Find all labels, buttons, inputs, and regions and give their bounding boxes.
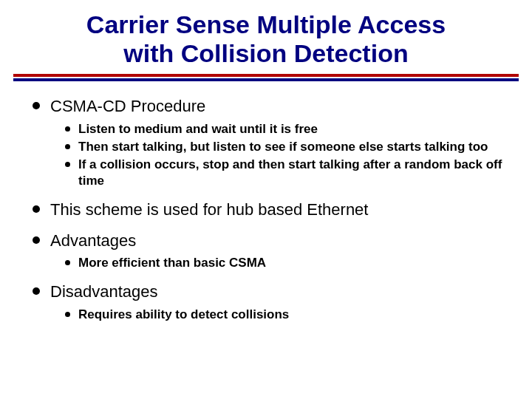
sub-list: Requires ability to detect collisions [50,307,502,323]
bullet-text: Disadvantages [50,282,158,301]
sub-item: More efficient than basic CSMA [65,255,502,271]
sub-list: More efficient than basic CSMA [50,255,502,271]
list-item: Advantages More efficient than basic CSM… [33,231,502,272]
bullet-text: Advantages [50,231,136,250]
bullet-text: This scheme is used for hub based Ethern… [50,200,368,219]
slide-body: CSMA-CD Procedure Listen to medium and w… [0,81,532,323]
title-line-2: with Collision Detection [123,39,408,67]
list-item: This scheme is used for hub based Ethern… [33,200,502,220]
title-line-1: Carrier Sense Multiple Access [86,10,446,38]
sub-item: Then start talking, but listen to see if… [65,139,502,155]
sub-item: Listen to medium and wait until it is fr… [65,121,502,137]
divider-red [13,74,519,77]
slide-title: Carrier Sense Multiple Access with Colli… [0,0,532,74]
bullet-text: CSMA-CD Procedure [50,97,205,115]
sub-item: Requires ability to detect collisions [65,307,502,323]
sub-item: If a collision occurs, stop and then sta… [65,157,502,189]
sub-list: Listen to medium and wait until it is fr… [50,121,502,189]
list-item: CSMA-CD Procedure Listen to medium and w… [33,96,502,189]
list-item: Disadvantages Requires ability to detect… [33,282,502,323]
bullet-list: CSMA-CD Procedure Listen to medium and w… [33,96,502,323]
slide: Carrier Sense Multiple Access with Colli… [0,0,532,399]
